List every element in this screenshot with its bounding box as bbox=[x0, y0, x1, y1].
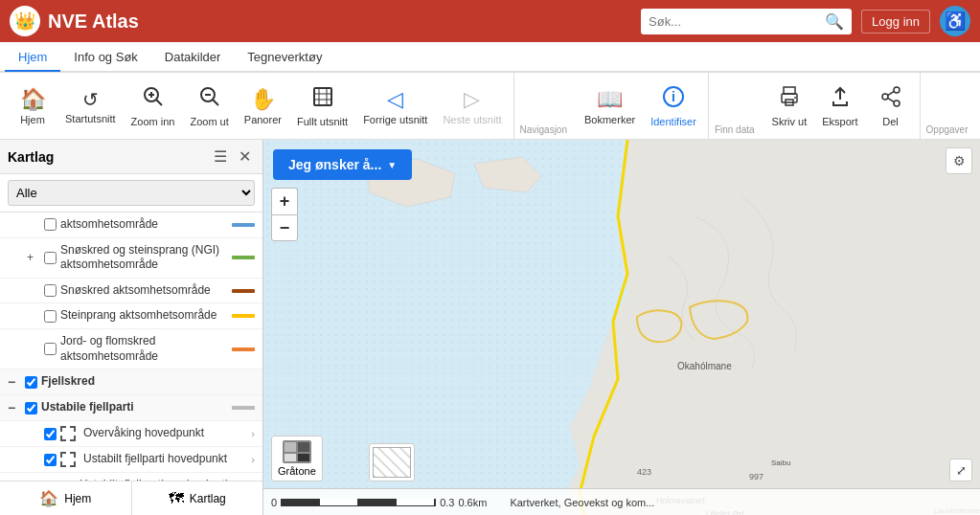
svg-point-20 bbox=[894, 101, 900, 106]
toolbar-zoom-ut[interactable]: Zoom ut bbox=[182, 81, 236, 131]
footer-kartlag-label: Kartlag bbox=[190, 492, 226, 505]
layer-expand-arrow[interactable]: › bbox=[251, 454, 255, 465]
svg-text:Saibu: Saibu bbox=[771, 459, 790, 467]
toolbar-forrige-utsnitt-label: Forrige utsnitt bbox=[363, 114, 427, 125]
map-area[interactable]: Okahólmane Holmevatnet Jordevatnet Saibu… bbox=[263, 140, 980, 515]
sidebar: Kartlag ☰ ✕ Alle aktsomhetsområde bbox=[0, 140, 263, 515]
sidebar-menu-btn[interactable]: ☰ bbox=[210, 146, 231, 168]
layer-checkbox[interactable] bbox=[44, 428, 57, 440]
toolbar-del-label: Del bbox=[882, 116, 899, 127]
basemap-preview bbox=[373, 447, 411, 478]
fullt-utsnitt-icon bbox=[311, 85, 334, 114]
toolbar-hjem[interactable]: 🏠 Hjem bbox=[8, 83, 57, 129]
layer-group-collapse-btn[interactable]: − bbox=[8, 374, 21, 390]
layer-legend bbox=[232, 289, 255, 293]
toolbar-bokmerker-label: Bokmerker bbox=[584, 114, 635, 125]
tab-tegneverktoy[interactable]: Tegneverktøy bbox=[234, 44, 335, 72]
toolbar-panorer[interactable]: ✋ Panorer bbox=[237, 83, 289, 129]
svg-point-18 bbox=[894, 87, 900, 93]
scale-seg-4 bbox=[397, 499, 435, 505]
sidebar-close-btn[interactable]: ✕ bbox=[235, 146, 255, 168]
toolbar-startutsnitt[interactable]: ↺ Startutsnitt bbox=[57, 84, 124, 128]
zoom-inn-icon bbox=[142, 85, 165, 114]
search-box[interactable]: 🔍 bbox=[641, 9, 852, 34]
layer-checkbox[interactable] bbox=[44, 218, 57, 231]
tab-hjem[interactable]: Hjem bbox=[5, 44, 60, 72]
svg-line-3 bbox=[156, 100, 162, 105]
map-settings-btn[interactable]: ⚙ bbox=[946, 147, 972, 174]
toolbar-group-finn-data-label: Finn data bbox=[709, 123, 761, 137]
neste-utsnitt-icon: ▷ bbox=[464, 87, 480, 112]
footer-hjem-btn[interactable]: 🏠 Hjem bbox=[0, 481, 132, 515]
layer-name: Overvåking hovedpunkt bbox=[83, 426, 247, 441]
toolbar-fullt-utsnitt-label: Fullt utsnitt bbox=[297, 116, 348, 127]
map-zoom-controls: + − bbox=[271, 188, 298, 241]
map-expand-btn[interactable]: ⤢ bbox=[949, 459, 972, 481]
layer-expand-btn[interactable]: + bbox=[27, 251, 40, 264]
footer-hjem-label: Hjem bbox=[64, 492, 91, 505]
svg-line-22 bbox=[887, 98, 894, 101]
layer-item-ustabile-fjellparti: − Ustabile fjellparti bbox=[0, 395, 262, 421]
basemap-selector-btn[interactable] bbox=[369, 443, 415, 481]
layer-checkbox[interactable] bbox=[44, 252, 57, 264]
svg-text:997: 997 bbox=[749, 472, 763, 481]
toolbar-neste-utsnitt[interactable]: ▷ Neste utsnitt bbox=[435, 83, 509, 129]
main-area: Kartlag ☰ ✕ Alle aktsomhetsområde bbox=[0, 140, 980, 515]
svg-line-21 bbox=[887, 91, 894, 95]
svg-rect-53 bbox=[285, 442, 296, 452]
layer-legend bbox=[232, 256, 255, 259]
footer-kartlag-btn[interactable]: 🗺 Kartlag bbox=[132, 481, 263, 515]
map-zoom-in-btn[interactable]: + bbox=[271, 188, 298, 214]
login-button[interactable]: Logg inn bbox=[861, 10, 930, 34]
svg-rect-56 bbox=[298, 454, 309, 461]
toolbar-bokmerker[interactable]: 📖 Bokmerker bbox=[577, 83, 643, 129]
layer-item-jord-flomskred: Jord- og flomskred aktsomhetsområde bbox=[0, 329, 262, 369]
layer-checkbox[interactable] bbox=[44, 310, 57, 323]
del-icon bbox=[879, 85, 902, 114]
layer-legend bbox=[232, 347, 255, 351]
layer-legend bbox=[232, 314, 255, 318]
toolbar-skriv-ut[interactable]: Skriv ut bbox=[764, 81, 815, 131]
layer-checkbox[interactable] bbox=[25, 402, 37, 414]
layer-checkbox[interactable] bbox=[44, 284, 57, 297]
graatone-btn[interactable]: Gråtone bbox=[271, 436, 323, 481]
accessibility-button[interactable]: ♿ bbox=[940, 6, 970, 36]
search-input[interactable] bbox=[649, 14, 819, 29]
tab-info-og-sok[interactable]: Info og Søk bbox=[60, 44, 150, 72]
map-attribution: Kartverket, Geovekst og kom... bbox=[510, 497, 654, 508]
toolbar-forrige-utsnitt[interactable]: ◁ Forrige utsnitt bbox=[355, 83, 435, 129]
graatone-icon bbox=[283, 440, 311, 463]
layer-filter-select[interactable]: Alle bbox=[8, 180, 255, 206]
map-tools: ⚙ bbox=[946, 147, 972, 174]
jeg-onsker-button[interactable]: Jeg ønsker å... bbox=[273, 149, 412, 180]
layer-group-collapse-btn[interactable]: − bbox=[8, 400, 21, 415]
toolbar-eksport[interactable]: Eksport bbox=[814, 81, 865, 131]
sidebar-filter[interactable]: Alle bbox=[0, 174, 262, 213]
accessibility-icon: ♿ bbox=[945, 11, 966, 32]
layer-expand-arrow[interactable]: › bbox=[251, 428, 255, 439]
toolbar-zoom-inn[interactable]: Zoom inn bbox=[124, 81, 183, 131]
home-icon: 🏠 bbox=[20, 87, 46, 112]
toolbar-group-navigasjon: 🏠 Hjem ↺ Startutsnitt Zoom inn Zoom ut ✋… bbox=[4, 73, 514, 139]
toolbar-group-oppgaver-label: Oppgaver bbox=[921, 123, 974, 137]
toolbar-zoom-inn-label: Zoom inn bbox=[131, 116, 175, 127]
map-zoom-out-btn[interactable]: − bbox=[271, 214, 298, 241]
toolbar-identifiser[interactable]: i Identifiser bbox=[643, 81, 704, 131]
layer-checkbox[interactable] bbox=[44, 454, 57, 466]
layer-name: Jord- og flomskred aktsomhetsområde bbox=[60, 334, 228, 364]
zoom-ut-icon bbox=[198, 85, 221, 114]
nav-tabs: Hjem Info og Søk Datakilder Tegneverktøy bbox=[0, 42, 980, 73]
toolbar-fullt-utsnitt[interactable]: Fullt utsnitt bbox=[289, 81, 355, 131]
scale-label-0: 0 bbox=[271, 497, 277, 508]
layer-checkbox[interactable] bbox=[44, 343, 57, 355]
tab-datakilder[interactable]: Datakilder bbox=[151, 44, 235, 72]
search-icon: 🔍 bbox=[825, 12, 844, 31]
toolbar-del[interactable]: Del bbox=[866, 81, 916, 131]
toolbar: 🏠 Hjem ↺ Startutsnitt Zoom inn Zoom ut ✋… bbox=[0, 73, 980, 140]
scale-seg-2 bbox=[320, 499, 358, 505]
layer-name: Steinprang aktsomhetsområde bbox=[60, 308, 228, 324]
layer-name: Ustabile fjellparti bbox=[41, 400, 228, 415]
toolbar-neste-utsnitt-label: Neste utsnitt bbox=[443, 114, 501, 125]
identifiser-icon: i bbox=[662, 85, 685, 114]
layer-checkbox[interactable] bbox=[25, 376, 37, 389]
